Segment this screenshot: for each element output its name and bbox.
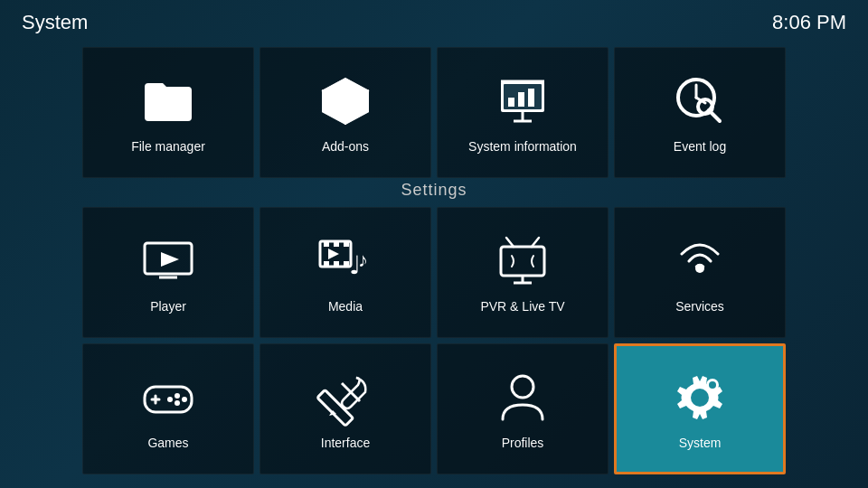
tile-label: Profiles [502, 436, 544, 450]
tile-label: Services [675, 299, 724, 314]
tile-label: Interface [321, 436, 370, 450]
profile-icon [494, 369, 552, 427]
settings-section: Settings Player [0, 181, 868, 480]
tv-icon [494, 232, 552, 290]
svg-point-48 [709, 381, 716, 389]
tile-label: PVR & Live TV [480, 299, 564, 314]
svg-text:♪: ♪ [358, 249, 368, 271]
svg-point-39 [182, 397, 187, 402]
folder-icon [139, 72, 197, 130]
svg-rect-20 [324, 241, 329, 247]
svg-rect-7 [528, 89, 534, 107]
services-icon [671, 232, 729, 290]
tile-label: Media [328, 299, 363, 314]
svg-marker-26 [328, 249, 339, 259]
svg-rect-21 [334, 241, 339, 247]
tile-system-information[interactable]: System information [437, 47, 609, 178]
page-title: System [22, 11, 88, 34]
tile-event-log[interactable]: Event log [614, 47, 786, 178]
clock-search-icon [671, 72, 729, 130]
header: System 8:06 PM [0, 0, 868, 45]
tile-label: Add-ons [322, 139, 369, 154]
tile-player[interactable]: Player [82, 207, 254, 338]
tile-pvr-live-tv[interactable]: PVR & Live TV [437, 207, 609, 338]
svg-rect-29 [501, 247, 544, 276]
svg-point-38 [175, 393, 180, 399]
tile-system[interactable]: System [614, 343, 786, 474]
svg-point-40 [175, 400, 180, 406]
tile-services[interactable]: Services [614, 207, 786, 338]
player-icon [139, 232, 197, 290]
tile-label: Event log [674, 139, 726, 154]
settings-row-2: Games Interface Profiles [0, 343, 868, 474]
tile-interface[interactable]: Interface [259, 343, 431, 474]
interface-icon [316, 369, 374, 427]
svg-point-41 [167, 397, 173, 402]
top-row: File manager Add-ons [0, 47, 868, 178]
settings-label: Settings [0, 181, 868, 200]
svg-rect-6 [518, 92, 524, 107]
svg-rect-23 [324, 261, 329, 267]
svg-point-46 [691, 389, 709, 407]
svg-rect-22 [344, 241, 349, 247]
svg-rect-24 [334, 261, 339, 267]
tile-label: Player [150, 299, 186, 314]
tile-media[interactable]: ♩ ♪ Media [259, 207, 431, 338]
tile-label: Games [147, 436, 188, 450]
tile-label: System information [468, 139, 577, 154]
tile-games[interactable]: Games [82, 343, 254, 474]
svg-marker-17 [161, 252, 179, 267]
clock: 8:06 PM [772, 11, 846, 34]
settings-row-1: Player ♩ ♪ Media [0, 207, 868, 338]
tile-label: System [679, 436, 722, 450]
box-icon [316, 72, 374, 130]
system-gear-icon [671, 369, 729, 427]
tile-label: File manager [131, 139, 205, 154]
media-icon: ♩ ♪ [316, 232, 374, 290]
presentation-icon [494, 72, 552, 130]
tile-profiles[interactable]: Profiles [437, 343, 609, 474]
svg-rect-5 [508, 98, 514, 107]
svg-point-45 [512, 376, 533, 398]
tile-add-ons[interactable]: Add-ons [259, 47, 431, 178]
gamepad-icon [139, 369, 197, 427]
tile-file-manager[interactable]: File manager [82, 47, 254, 178]
